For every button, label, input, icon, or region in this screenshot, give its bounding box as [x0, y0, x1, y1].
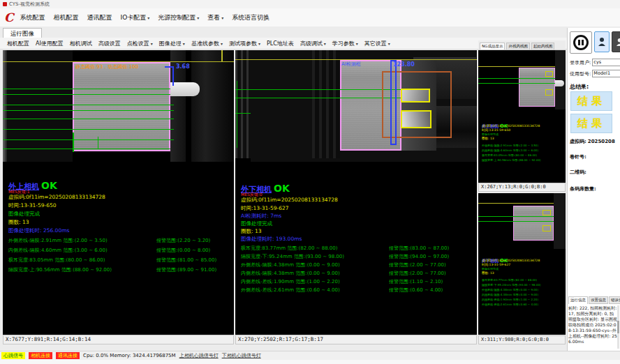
virtual-code-text: 虚拟码:0f11im=20250208133134728 [8, 194, 105, 201]
menu-camera-config[interactable]: 相机配置 [54, 13, 79, 22]
measurement-value: 外侧差线-差线:2.61mm 范围:(0.60 ~ 4.00) [482, 303, 538, 306]
blue-caliper-line [165, 66, 174, 68]
login-user-button[interactable] [594, 31, 610, 52]
tool-spot-check[interactable]: 点检设置▾ [127, 40, 153, 47]
window-bottom-edge [0, 360, 620, 364]
upper-camera-heartbeat-link[interactable]: 上相机心跳信号灯 [179, 352, 219, 359]
green-tick-mark [73, 132, 74, 152]
preview-tab-outer[interactable]: 外残内残图 [506, 43, 530, 50]
green-measure-line [3, 119, 174, 119]
tool-label: 相机调试 [70, 40, 92, 47]
tool-test-params[interactable]: 测试项参数▾ [229, 40, 260, 47]
measurement-row: 外侧差线-隔膜:2.91mm 范围:(2.00 ~ 3.50) 报警范围:(2.… [8, 237, 234, 244]
menu-label: 系统配置 [20, 14, 45, 21]
process-done-text: 图像处理完成 [8, 211, 40, 218]
turns-text: 圈数: 13 [8, 219, 29, 226]
menu-comm-config[interactable]: 通讯配置 [87, 13, 112, 22]
measurement-value: 隔膜宽度-下:95.24mm 范围:(93.00 ~ 98.00) [241, 254, 344, 259]
measurement-row: 外侧差线-差线:2.61mm 范围:(0.60 ~ 4.00) 报警范围:(0.… [241, 287, 471, 294]
mid-camera-view[interactable]: 123.80 AI检测框 外下相机OK MES反馈:0 虚拟码:0f11im=2… [235, 50, 477, 335]
model-field[interactable]: Model1 [592, 70, 620, 77]
measurement-value: 外侧差线-隔膜:2.91mm 范围:(2.00 ~ 3.50) [482, 144, 538, 147]
scrollbar-thumb[interactable] [617, 321, 619, 333]
log-text: 耗时: 222, 拍照检测耗时: 17, 拍照分离耗时: 0, 拍照提取分区耗时… [568, 305, 617, 349]
dropdown-arrow-icon: ▾ [221, 15, 223, 20]
dropdown-arrow-icon: ▾ [183, 41, 185, 46]
operator-button[interactable] [612, 31, 620, 52]
menu-io-config[interactable]: IO卡配置▾ [121, 13, 150, 22]
brand-logo-icon: C [4, 10, 14, 24]
dropdown-arrow-icon: ▾ [151, 41, 153, 46]
dropdown-arrow-icon: ▾ [197, 15, 199, 20]
preview-bottom-coordinate-bar: X:311;Y:980;R:0;G:0;B:0 [478, 335, 566, 344]
window-titlebar: CYS-视觉检测系统 [0, 0, 620, 8]
time-text: 时间:13-31-59-627 [482, 263, 510, 266]
preview-top-coordinate-bar: X:267;Y:13;R:0;G:0;B:0 [478, 183, 566, 192]
left-camera-view[interactable]: 静态阈值:93，动态阈值:100 3.68 外上相机OK MES反馈:1 虚拟码… [3, 50, 234, 335]
tool-label: 高级调试 [300, 40, 323, 47]
ai-elapsed-text: AI检测耗时: 7ms [241, 213, 281, 220]
virtual-code-value: 20250208 [588, 139, 615, 144]
login-user-field[interactable]: cys [592, 59, 620, 66]
preview-tab-ng[interactable]: NG成品显示 [480, 43, 505, 50]
tool-camera-config[interactable]: 相机配置 [7, 40, 29, 47]
log-scrollbar[interactable] [617, 305, 619, 349]
elapsed-text: 图像处理耗时: 256.00ms [8, 227, 69, 234]
left-coordinate-bar: X:7677;Y:891;R:14;G:14;B:14 [3, 335, 234, 344]
menu-label: 光源控制配置 [158, 14, 195, 21]
tool-label: AI使用配置 [36, 40, 64, 47]
camera-connect-badge: 相机连接 [29, 352, 52, 359]
pause-icon [573, 35, 589, 50]
tool-label: 基准线参数 [191, 40, 219, 47]
menu-system-config[interactable]: 系统配置 [20, 13, 45, 22]
menu-label: 查看 [207, 14, 220, 21]
measurement-alarm: 报警范围:(94.00 ~ 97.00) [389, 253, 449, 260]
tool-image-processing[interactable]: 图像处理▾ [159, 40, 185, 47]
heartbeat-status-badge: 心跳信号 [1, 352, 25, 359]
menu-view[interactable]: 查看▾ [207, 13, 223, 22]
log-tab-strip: 运行信息 设置信息 错误信息 [568, 296, 620, 304]
tool-other-settings[interactable]: 其它设置▾ [364, 40, 390, 47]
preview-tab-start[interactable]: 起始内残图 [531, 43, 555, 50]
measurement-alarm: 报警范围:(0.60 ~ 4.00) [389, 287, 443, 294]
log-tab-run[interactable]: 运行信息 [568, 296, 588, 304]
preview-top-view[interactable]: 外上相机OK 虚拟码:0f11im=20250208133134728 时间:1… [478, 50, 566, 183]
tool-learning-params[interactable]: 学习参数▾ [332, 40, 358, 47]
tool-camera-debug[interactable]: 相机调试 [70, 40, 92, 47]
measurement-value: 隔膜宽度-上:90.56mm 范围:(88.00 ~ 92.00) [8, 267, 112, 273]
log-tab-settings[interactable]: 设置信息 [589, 296, 608, 304]
tool-baseline-params[interactable]: 基准线参数▾ [191, 40, 223, 47]
menu-label: 系统语言切换 [232, 14, 270, 21]
green-measure-line [478, 221, 554, 222]
tool-ai-config[interactable]: AI使用配置 [36, 40, 64, 47]
blue-caliper-line [172, 66, 174, 86]
tab-run-image[interactable]: 运行图像 [3, 28, 42, 38]
measurement-value: 内侧差线-隔膜:4.60mm 范围:(3.00 ~ 6.00) [482, 149, 538, 152]
measurement-row: 极耳宽度:83.77mm 范围:(82.00 ~ 88.00) 报警范围:(83… [241, 245, 471, 252]
tool-advanced-debug[interactable]: 高级调试▾ [300, 40, 326, 47]
virtual-code-text: 虚拟码:0f11im=20250208133134728 [482, 124, 540, 128]
total-result-label: 总结果: [570, 83, 589, 91]
tool-advanced-settings[interactable]: 高级设置 [98, 40, 121, 47]
measurement-value: 极耳宽度:83.05mm 范围:(80.00 ~ 86.00) [482, 153, 537, 157]
measurement-value: 内侧差线-隔膜:4.38mm 范围:(0.00 ~ 9.00) [482, 293, 538, 296]
measurement-row: 隔膜宽度-上:90.56mm 范围:(88.00 ~ 92.00) [482, 158, 564, 162]
menu-language-switch[interactable]: 系统语言切换 [232, 13, 270, 22]
log-tab-errors[interactable]: 错误信息 [609, 296, 620, 304]
preview-bottom-view[interactable]: 外下相机OK 虚拟码:0f11im=20250208133134728 时间:1… [478, 193, 566, 335]
pause-button[interactable] [570, 31, 592, 54]
tool-plc-address[interactable]: PLC地址表 [267, 40, 294, 47]
right-sidebar: 登录用户: cys 使用型号: Model1 总结果: 结果 结果 虚拟码: 2… [567, 28, 620, 351]
qr-code-label: 二维码: [570, 169, 586, 176]
measurement-row: 内侧差线-差线:1.90mm 范围:(1.00 ~ 2.20) [482, 298, 564, 301]
menu-light-config[interactable]: 光源控制配置▾ [158, 13, 199, 22]
measurement-value: 外侧差线-隔膜:2.91mm 范围:(2.00 ~ 3.50) [8, 238, 108, 243]
result-box-upper: 结果 [570, 91, 612, 111]
menu-label: IO卡配置 [121, 14, 147, 21]
measurement-row: 内侧差线-隔膜:4.38mm 范围:(0.00 ~ 9.00) 报警范围:(2.… [241, 270, 471, 277]
tool-label: 图像处理 [159, 40, 182, 47]
yellow-reference-line [478, 66, 566, 67]
menu-label: 相机配置 [54, 14, 79, 21]
lower-camera-heartbeat-link[interactable]: 下相机心跳信号灯 [222, 352, 261, 359]
measurement-value: 外侧差线-隔膜:4.38mm 范围:(0.00 ~ 9.00) [482, 288, 538, 291]
